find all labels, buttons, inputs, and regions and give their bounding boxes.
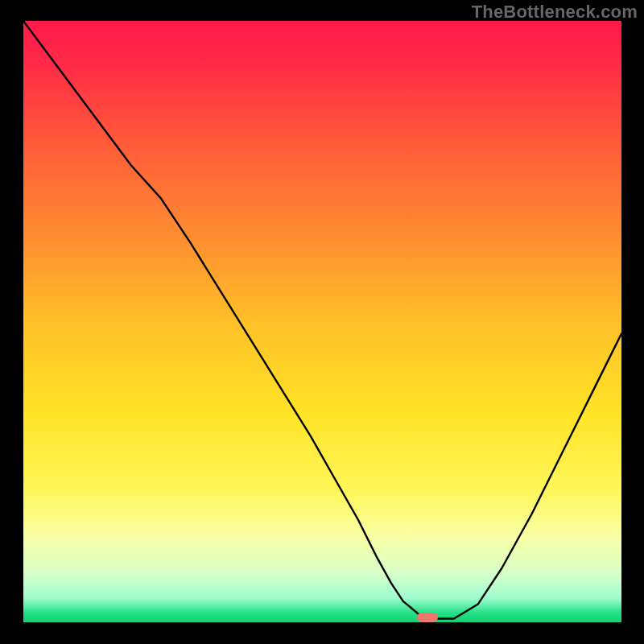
plot-area <box>23 21 621 622</box>
plot-svg <box>23 21 621 622</box>
watermark-text: TheBottleneck.com <box>472 2 638 23</box>
chart-stage: TheBottleneck.com <box>0 0 644 644</box>
optimal-marker <box>417 613 438 622</box>
gradient-background <box>23 21 621 622</box>
